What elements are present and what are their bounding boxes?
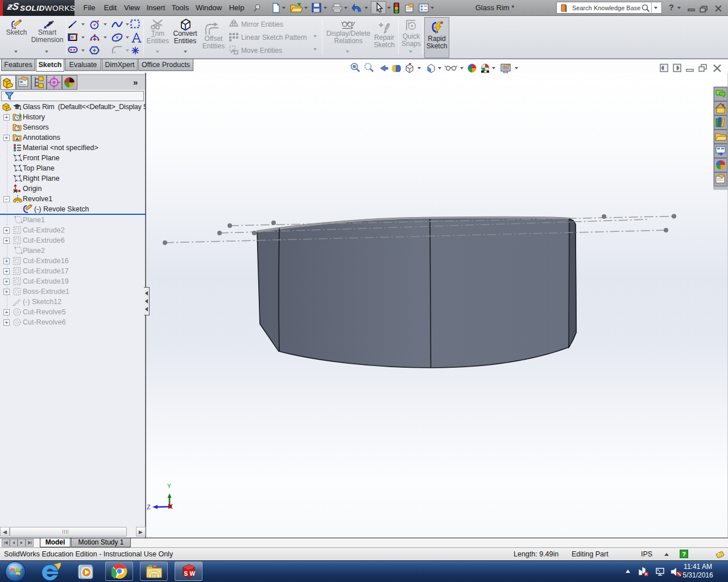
svg-text:S: S bbox=[184, 571, 188, 577]
svg-text:A: A bbox=[16, 136, 19, 142]
svg-text:W: W bbox=[190, 571, 196, 577]
svg-text:Z: Z bbox=[147, 504, 151, 510]
svg-text:Y: Y bbox=[167, 483, 171, 489]
